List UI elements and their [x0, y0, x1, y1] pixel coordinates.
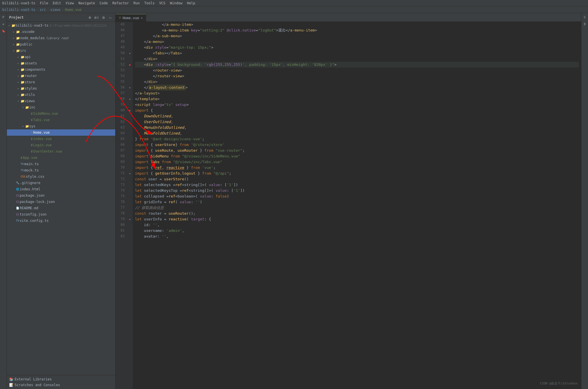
line-num-72: 72	[117, 176, 126, 182]
tree-index-html[interactable]: 🌐 index.html	[7, 186, 115, 192]
tree-node-modules[interactable]: ▸ 📁 node_modules library root	[7, 35, 115, 41]
code-line-77: // 获取路由信息	[135, 205, 579, 211]
tree-main-ts[interactable]: TS main.ts	[7, 161, 115, 167]
menu-help[interactable]: Help	[187, 1, 195, 5]
gutter-fold-56[interactable]: ▾	[127, 85, 133, 90]
tree-tabs[interactable]: V Tabs.vue	[7, 117, 115, 123]
expand-icon: ▾	[11, 48, 16, 53]
tree-style-css[interactable]: CSS style.css	[7, 173, 115, 180]
tree-sys[interactable]: ▾ 📁 sys	[7, 123, 115, 129]
tree-vite-config[interactable]: TS vite.config.ts	[7, 218, 115, 224]
sidebar-bottom: 📚 External Libraries 📝 Scratches and Con…	[7, 375, 115, 389]
line-num-45: 45	[117, 22, 126, 27]
code-line-54: </router-view>	[135, 73, 579, 79]
external-libraries[interactable]: 📚 External Libraries	[7, 376, 115, 382]
menu-window[interactable]: Window	[170, 1, 182, 5]
tree-package-lock[interactable]: {} package-lock.json	[7, 199, 115, 205]
structure-right-icon[interactable]: S	[582, 14, 588, 20]
gutter-76	[127, 199, 133, 205]
tree-sidemenu[interactable]: V SideMenu.vue	[7, 110, 115, 117]
menu-tools[interactable]: Tools	[144, 1, 155, 5]
tree-home[interactable]: V Home.vue	[7, 129, 115, 136]
tree-gitignore[interactable]: 🔧 .gitignore	[7, 180, 115, 186]
breadcrumb-file[interactable]: Home.vue	[65, 8, 82, 12]
menu-navigate[interactable]: Navigate	[78, 1, 95, 5]
json-file-icon: {}	[16, 194, 19, 197]
project-icon[interactable]: P	[1, 14, 6, 20]
tree-inc[interactable]: ▾ 📁 inc	[7, 104, 115, 110]
gutter-fold-58[interactable]: ▾	[127, 96, 133, 102]
tree-package-json[interactable]: {} package.json	[7, 192, 115, 199]
menu-edit[interactable]: Edit	[53, 1, 61, 5]
tree-store[interactable]: ▸ 📁 store	[7, 79, 115, 85]
gutter-fold-71[interactable]: ▾	[127, 171, 133, 176]
menu-file[interactable]: File	[40, 1, 48, 5]
panel-actions: ⊕ ≡↑ ⚙ —	[87, 15, 113, 20]
structure-icon[interactable]: ≡	[1, 21, 6, 27]
tree-public[interactable]: ▸ 📁 public	[7, 41, 115, 48]
line-num-61: 61	[117, 113, 126, 119]
tree-usercenter[interactable]: V UserCenter.vue	[7, 148, 115, 155]
menu-view[interactable]: View	[65, 1, 74, 5]
sort-btn[interactable]: ≡↑	[94, 15, 99, 20]
breadcrumb-views[interactable]: views	[50, 8, 61, 12]
gutter-61	[127, 113, 133, 119]
gutter-54	[127, 73, 133, 79]
tree-styles[interactable]: ▸ 📁 styles	[7, 85, 115, 92]
menu-code[interactable]: Code	[100, 1, 108, 5]
tree-app[interactable]: V App.vue	[7, 155, 115, 161]
gutter-52[interactable]: ●	[127, 62, 133, 68]
options-btn[interactable]: ⚙	[101, 15, 106, 20]
tab-close-btn[interactable]: ✕	[141, 16, 142, 19]
menu-run[interactable]: Run	[134, 1, 140, 5]
minimize-btn[interactable]: —	[108, 15, 113, 20]
tree-mock-ts[interactable]: TS mock.ts	[7, 167, 115, 173]
tree-api[interactable]: ▸ 📁 api	[7, 54, 115, 60]
expand-icon: ▸	[11, 29, 16, 34]
tree-root[interactable]: ▾ 📁 bilibili-vue3-ts D:\ProgramWorkSpace…	[7, 22, 115, 29]
code-line-49: <div style="margin-top: 15px;">	[135, 45, 579, 50]
code-line-79: let userInfo = reactive( target: {	[135, 216, 579, 222]
breadcrumb-src[interactable]: src	[40, 8, 46, 12]
tree-vscode[interactable]: ▸ 📁 .vscode	[7, 29, 115, 35]
tree-components[interactable]: ▸ 📁 components	[7, 66, 115, 73]
tree-router[interactable]: ▸ 📁 router	[7, 73, 115, 79]
item-name: Tabs.vue	[33, 118, 50, 122]
scratches-consoles[interactable]: 📝 Scratches and Consoles	[7, 382, 115, 388]
line-numbers: 45 46 47 48 49 50 51 52 53 54 55 56 57 5…	[116, 22, 127, 389]
collapse-all-btn[interactable]: ⊕	[87, 15, 92, 20]
gutter-fold-79[interactable]: ▾	[127, 216, 133, 222]
line-num-78: 78	[117, 211, 126, 216]
bookmarks-icon[interactable]: 🔖	[1, 28, 6, 34]
gutter-82	[127, 234, 133, 239]
menu-vcs[interactable]: VCS	[159, 1, 166, 5]
line-num-58: 58	[117, 96, 126, 102]
menu-refactor[interactable]: Refactor	[112, 1, 129, 5]
gutter-fold-60[interactable]: ▾	[127, 108, 133, 113]
line-num-68: 68	[117, 153, 126, 159]
gutter-fold-50[interactable]: ▾	[127, 50, 133, 56]
gutter-78	[127, 211, 133, 216]
app-name[interactable]: bilibili-vue3-ts	[2, 1, 35, 5]
gutter-81	[127, 228, 133, 234]
tree-src[interactable]: ▾ 📁 src	[7, 48, 115, 54]
line-num-62: 62	[117, 119, 126, 125]
tree-views[interactable]: ▾ 📁 views	[7, 98, 115, 104]
code-content[interactable]: </a-menu-item> <a-menu-item key="setting…	[133, 22, 581, 389]
tree-assets[interactable]: ▸ 📁 assets	[7, 60, 115, 66]
md-file-icon: 📄	[16, 207, 19, 210]
tree-login[interactable]: V Login.vue	[7, 142, 115, 148]
vue-file-icon: V	[31, 119, 33, 122]
breadcrumb-project[interactable]: bilibili-vue3-ts	[2, 8, 35, 12]
tree-utils[interactable]: ▸ 📁 utils	[7, 92, 115, 98]
tree-index[interactable]: V index.vue	[7, 136, 115, 142]
code-line-52: <div :style="{ background: 'rgb(255,255,…	[135, 62, 579, 68]
tab-home-vue[interactable]: V Home.vue ✕	[116, 14, 146, 21]
expand-icon	[11, 187, 16, 191]
git-file-icon: 🔧	[16, 181, 19, 184]
code-line-58: </template>	[135, 96, 579, 102]
bookmarks-right-icon[interactable]: B	[582, 21, 588, 27]
tree-readme[interactable]: 📄 README.md	[7, 205, 115, 211]
line-num-51: 51	[117, 56, 126, 62]
tree-tsconfig[interactable]: {} tsconfig.json	[7, 211, 115, 218]
